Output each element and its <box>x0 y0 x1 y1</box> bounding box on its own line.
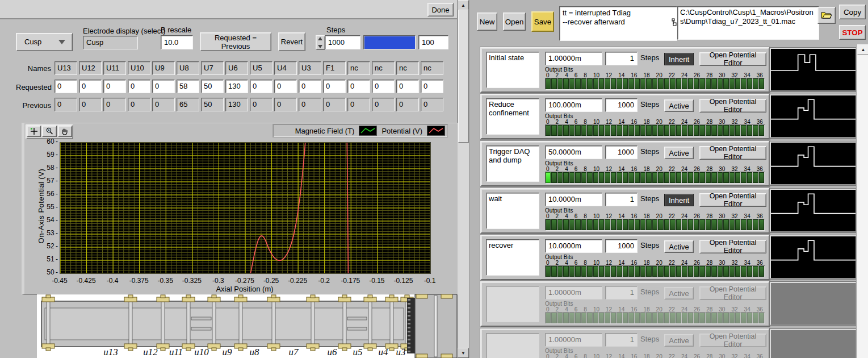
potential-waveform-preview[interactable] <box>770 141 857 185</box>
step-count-field[interactable]: 1000 <box>605 239 638 253</box>
step-name-field[interactable]: Trigger DAQ and dump <box>486 145 539 182</box>
left-panel-vertical-scrollbar[interactable]: ▲ ▼ <box>458 0 469 358</box>
step-mode-button[interactable]: Active <box>664 147 694 159</box>
done-button[interactable]: Done <box>427 3 454 16</box>
electrode-display-value[interactable]: Cusp <box>83 36 138 49</box>
requested-voltage-field[interactable]: 0 <box>274 80 297 93</box>
zoom-tool-icon[interactable] <box>42 126 56 137</box>
requested-voltage-field[interactable]: 0 <box>421 80 443 93</box>
step-mode-button[interactable]: Active <box>664 99 694 112</box>
scroll-thumb[interactable] <box>458 10 469 143</box>
step-count-field[interactable]: 1 <box>605 286 638 299</box>
bit-number: 36 <box>757 353 763 358</box>
output-bit-led <box>605 125 610 136</box>
open-potential-editor-button[interactable]: Open Potential Editor <box>699 99 766 113</box>
step-count-field[interactable]: 1000 <box>605 145 638 159</box>
step-duration-field[interactable]: 10.0000m <box>545 239 602 253</box>
open-potential-editor-button[interactable]: Open Potential Editor <box>699 334 766 347</box>
pan-hand-tool-icon[interactable] <box>58 126 72 137</box>
x-tick-label: -0.45 <box>47 277 72 285</box>
b-rescale-field[interactable]: 10.0 <box>161 35 193 49</box>
step-mode-button[interactable]: Inherit <box>664 194 694 206</box>
step-name-field[interactable]: Reduce confinement <box>486 98 539 135</box>
svg-text:u11: u11 <box>169 347 183 357</box>
step-name-field[interactable]: Initial state <box>486 52 539 88</box>
spinner-down-icon[interactable] <box>318 45 322 48</box>
output-bit-led <box>735 313 740 323</box>
slider-value-field[interactable]: 100 <box>418 35 448 49</box>
requested-voltage-field[interactable]: 0 <box>347 80 370 93</box>
step-mode-button[interactable]: Inherit <box>664 53 694 65</box>
crosshair-tool-icon[interactable] <box>27 126 41 137</box>
step-duration-field[interactable]: 10.0000m <box>545 193 602 206</box>
requested-equals-previous-button[interactable]: Requested = Previous <box>200 32 271 51</box>
step-count-field[interactable]: 1 <box>605 193 638 206</box>
open-potential-editor-button[interactable]: Open Potential Editor <box>699 286 766 300</box>
output-bit-led <box>694 266 699 277</box>
step-name-field[interactable] <box>486 286 539 322</box>
potential-waveform-preview[interactable] <box>770 94 857 138</box>
potential-waveform-preview[interactable] <box>770 235 857 279</box>
output-bit-led <box>563 78 568 89</box>
output-bit-led <box>729 219 735 230</box>
requested-voltage-field[interactable]: 0 <box>79 80 102 93</box>
step-mode-button[interactable]: Active <box>664 334 694 347</box>
step-duration-field[interactable]: 1.00000m <box>545 333 602 347</box>
potential-waveform-preview[interactable] <box>770 282 857 326</box>
requested-voltage-field[interactable]: 0 <box>103 80 126 93</box>
legend-line-sample[interactable] <box>427 126 445 136</box>
macro-list-scrollbar[interactable]: ▲ <box>856 44 868 358</box>
step-name-field[interactable]: wait <box>486 193 539 229</box>
requested-voltage-field[interactable]: 0 <box>128 80 150 93</box>
step-mode-button[interactable]: Active <box>664 287 694 299</box>
potential-waveform-preview[interactable] <box>770 329 857 358</box>
open-potential-editor-button[interactable]: Open Potential Editor <box>699 52 766 66</box>
previous-voltage-cell: 0 <box>421 98 443 111</box>
requested-voltage-field[interactable]: 0 <box>396 80 419 93</box>
step-mode-button[interactable]: Active <box>664 240 694 253</box>
bit-number: 4 <box>565 353 568 358</box>
requested-voltage-field[interactable]: 50 <box>201 80 224 93</box>
step-count-field[interactable]: 1000 <box>605 98 638 112</box>
steps-slider[interactable] <box>363 35 416 49</box>
open-potential-editor-button[interactable]: Open Potential Editor <box>699 240 766 253</box>
scroll-up-button[interactable]: ▲ <box>458 0 469 10</box>
macro-rows-list: Initial state1.00000m1StepsInheritOpen P… <box>469 0 868 358</box>
open-potential-editor-button[interactable]: Open Potential Editor <box>699 193 766 207</box>
output-bit-led <box>628 78 634 89</box>
spinner-up-icon[interactable] <box>318 37 322 40</box>
open-potential-editor-button[interactable]: Open Potential Editor <box>699 146 766 160</box>
potential-waveform-preview[interactable] <box>770 189 857 232</box>
requested-voltage-field[interactable]: 0 <box>54 80 77 93</box>
step-name-field[interactable] <box>486 333 539 358</box>
requested-voltage-field[interactable]: 0 <box>372 80 395 93</box>
potential-waveform-preview[interactable] <box>770 48 857 91</box>
previous-voltage-cell: 0 <box>103 98 126 111</box>
step-name-field[interactable]: recover <box>486 239 539 276</box>
step-duration-field[interactable]: 1.00000m <box>545 52 602 65</box>
bit-number: 12 <box>606 353 612 358</box>
electrode-set-selector[interactable]: Cusp <box>16 33 73 51</box>
requested-voltage-field[interactable]: 58 <box>177 80 199 93</box>
previous-voltage-cell: 65 <box>177 98 199 111</box>
steps-field[interactable]: 1000 <box>325 35 360 49</box>
requested-voltage-field[interactable]: 0 <box>323 80 346 93</box>
requested-voltage-field[interactable]: 130 <box>225 80 248 93</box>
step-count-field[interactable]: 1 <box>605 52 638 65</box>
legend-line-sample[interactable] <box>359 126 377 136</box>
requested-voltage-field[interactable]: 0 <box>250 80 272 93</box>
output-bit-led <box>599 172 604 183</box>
step-duration-field[interactable]: 100.000m <box>545 98 602 112</box>
requested-voltage-field[interactable]: 0 <box>152 80 175 93</box>
steps-spinner[interactable] <box>316 35 325 50</box>
output-bit-led <box>551 172 556 183</box>
revert-button[interactable]: Revert <box>278 32 305 51</box>
left-titlebar <box>0 0 457 19</box>
step-duration-field[interactable]: 1.00000m <box>545 286 602 299</box>
output-bit-led <box>718 266 723 277</box>
requested-voltage-field[interactable]: 0 <box>299 80 321 93</box>
macro-scroll-up-button[interactable]: ▲ <box>857 44 868 55</box>
scroll-down-button[interactable]: ▼ <box>458 348 469 358</box>
step-duration-field[interactable]: 50.0000m <box>545 145 602 159</box>
step-count-field[interactable]: 1 <box>605 333 638 347</box>
